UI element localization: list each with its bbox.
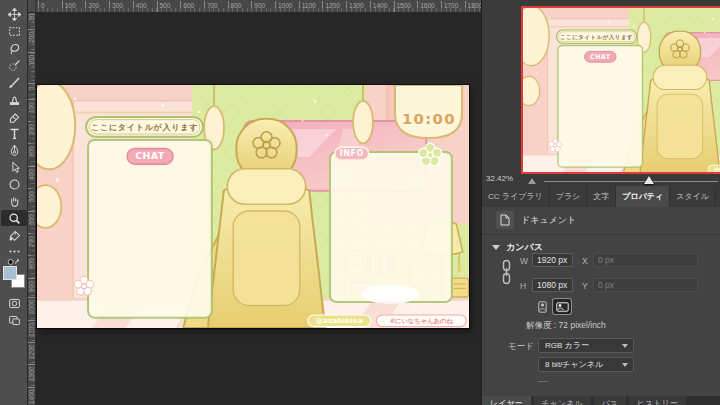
ruler-label: 200 <box>28 121 35 135</box>
navigator-zoom-slider-thumb[interactable] <box>644 176 654 184</box>
ruler-label: 400 <box>133 1 147 13</box>
navigator-zoom-slider[interactable] <box>544 181 718 182</box>
orientation-portrait-button[interactable] <box>535 299 550 314</box>
zoom-out-icon[interactable] <box>528 178 536 184</box>
ruler-label: 1300 <box>346 1 363 13</box>
tab-styles[interactable]: スタイル <box>670 186 715 207</box>
move-icon <box>8 8 21 21</box>
lasso-tool-button[interactable] <box>1 40 27 56</box>
tab-cc-libraries[interactable]: CC ライブラリ <box>482 186 549 207</box>
ruler-label: 300 <box>28 144 35 158</box>
quick-selection-tool-button[interactable] <box>1 57 27 73</box>
ruler-label: 1400 <box>28 386 35 403</box>
quick-mask-button[interactable] <box>1 295 27 311</box>
tab-brushes[interactable]: ブラシ <box>550 186 587 207</box>
brush-icon <box>8 76 21 89</box>
ruler-label: 100 <box>28 99 35 113</box>
ellipse-shape-icon <box>8 178 21 191</box>
gradient-tool-button[interactable] <box>1 227 27 243</box>
ruler-label: 900 <box>251 1 265 13</box>
canvas-artwork <box>37 85 469 328</box>
clone-stamp-tool-button[interactable] <box>1 91 27 107</box>
ruler-label: 0 <box>28 84 35 91</box>
portrait-icon <box>538 301 547 313</box>
tab-paths[interactable]: パス <box>594 396 626 405</box>
direct-selection-tool-button[interactable] <box>1 159 27 175</box>
zoom-icon <box>8 212 21 225</box>
pasteboard[interactable] <box>36 13 481 405</box>
horizontal-ruler: 0100200300400500600700800900100011001200… <box>36 0 481 13</box>
shape-tool-button[interactable] <box>1 176 27 192</box>
color-mode-dropdown[interactable]: RGB カラー <box>538 338 634 353</box>
tab-paragraph[interactable]: 段落 <box>716 186 720 207</box>
chevron-down-icon <box>622 344 628 348</box>
eraser-icon <box>8 110 21 123</box>
move-tool-button[interactable] <box>1 6 27 22</box>
screen-mode-button[interactable] <box>1 312 27 328</box>
tab-properties[interactable]: プロパティ <box>616 186 669 207</box>
color-mode-value: RGB カラー <box>545 341 589 350</box>
rectangular-marquee-icon <box>8 25 21 38</box>
foreground-color-swatch[interactable] <box>3 266 17 280</box>
tab-history[interactable]: ヒストリー <box>629 396 686 405</box>
ruler-label: 1100 <box>299 1 316 13</box>
height-field[interactable]: 1080 px <box>532 278 573 292</box>
link-dimensions-icon[interactable] <box>501 259 512 289</box>
navigator-zoom-value[interactable]: 32.42% <box>486 174 513 183</box>
pen-icon <box>8 144 21 157</box>
y-label: Y <box>582 281 588 291</box>
orientation-landscape-button[interactable] <box>553 299 571 314</box>
document-icon <box>496 211 514 229</box>
hand-icon <box>8 195 21 208</box>
ruler-label: 1100 <box>28 320 35 337</box>
ruler-label: 600 <box>180 1 194 13</box>
navigator-thumbnail <box>523 8 720 174</box>
divider <box>538 381 548 382</box>
navigator-proxy-view[interactable] <box>521 6 720 174</box>
type-tool-button[interactable] <box>1 125 27 141</box>
ruler-label: 200 <box>85 1 99 13</box>
ruler-label: 1400 <box>370 1 387 13</box>
tab-channels[interactable]: チャンネル <box>534 396 591 405</box>
ruler-label: -200 <box>28 29 35 45</box>
ruler-label: 700 <box>28 233 35 247</box>
y-field[interactable]: 0 px <box>593 278 698 292</box>
quick-mask-icon <box>8 297 21 310</box>
ruler-label: 1600 <box>417 1 434 13</box>
marquee-tool-button[interactable] <box>1 23 27 39</box>
bottom-panel-tab-bar: レイヤー チャンネル パス ヒストリー <box>482 396 720 405</box>
ruler-label: 1500 <box>394 1 411 13</box>
photoshop-window: 0100200300400500600700800900100011001200… <box>0 0 720 405</box>
zoom-tool-button[interactable] <box>1 210 27 226</box>
vertical-ruler: -300-200-1000100200300400500600700800900… <box>28 13 36 405</box>
x-label: X <box>582 256 588 266</box>
ruler-label: -100 <box>28 52 35 68</box>
brush-tool-button[interactable] <box>1 74 27 90</box>
pen-tool-button[interactable] <box>1 142 27 158</box>
ruler-label: 0 <box>38 1 45 13</box>
tab-layers[interactable]: レイヤー <box>482 396 531 405</box>
tab-character[interactable]: 文字 <box>587 186 615 207</box>
ruler-label: 1200 <box>28 342 35 359</box>
divider <box>482 234 720 235</box>
ruler-label: 700 <box>204 1 218 13</box>
ruler-label: -300 <box>28 13 35 23</box>
ruler-label: 1300 <box>28 364 35 381</box>
ruler-label: 400 <box>28 166 35 180</box>
hand-tool-button[interactable] <box>1 193 27 209</box>
chevron-down-icon <box>622 363 628 367</box>
document-canvas[interactable] <box>37 85 469 328</box>
ruler-label: 900 <box>28 278 35 292</box>
width-label: W <box>520 256 528 266</box>
ruler-origin-corner[interactable] <box>28 0 36 13</box>
x-field[interactable]: 0 px <box>593 253 698 267</box>
width-field[interactable]: 1920 px <box>532 253 573 267</box>
properties-context-label: ドキュメント <box>521 214 576 227</box>
ruler-label: 1800 <box>465 1 481 13</box>
bit-depth-dropdown[interactable]: 8 bit/チャンネル <box>538 357 634 372</box>
bit-depth-value: 8 bit/チャンネル <box>545 360 603 369</box>
screen-mode-icon <box>8 314 21 327</box>
height-label: H <box>520 281 526 291</box>
eraser-tool-button[interactable] <box>1 108 27 124</box>
mode-label: モード <box>508 341 534 353</box>
